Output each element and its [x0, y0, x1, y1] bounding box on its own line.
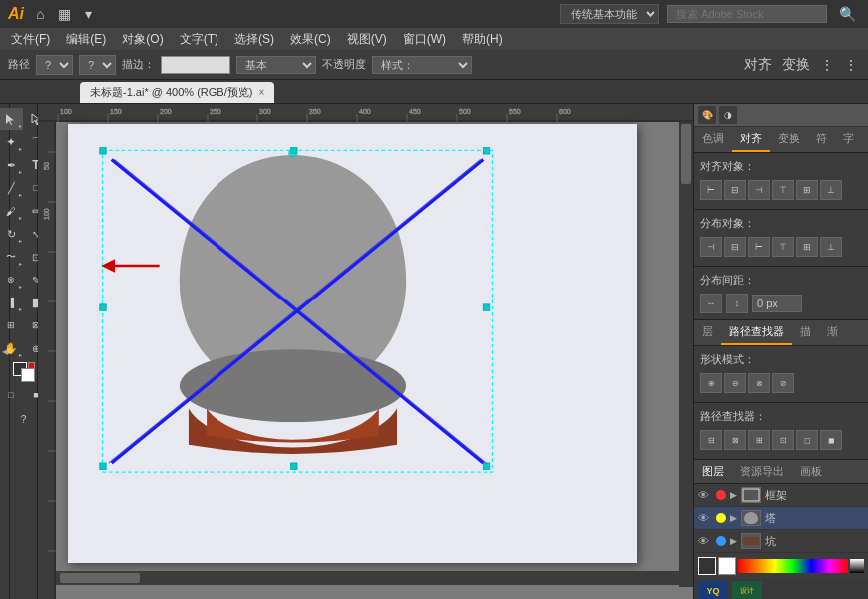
- layer-expand-frame[interactable]: ▶: [730, 490, 737, 500]
- path-option-select-2[interactable]: ?: [79, 55, 116, 75]
- select-tool[interactable]: ▸: [0, 108, 23, 130]
- crop-btn[interactable]: ⊡: [772, 430, 794, 450]
- document-tab[interactable]: 未标题-1.ai* @ 400% (RGB/预览) ×: [80, 82, 274, 103]
- tab-para[interactable]: 段: [862, 127, 868, 152]
- align-center-v-btn[interactable]: ⊞: [796, 180, 818, 200]
- hand-tool[interactable]: ✋ ▸: [0, 337, 23, 359]
- dist-v-spacing-btn[interactable]: ↕: [726, 294, 748, 313]
- layer-item-pit[interactable]: 👁 ▶ 坑: [694, 530, 868, 553]
- bar-graph-tool[interactable]: ▐ ▸: [0, 292, 23, 313]
- path-option-select-1[interactable]: ?: [36, 55, 73, 75]
- minus-front-btn[interactable]: ⊖: [724, 373, 746, 393]
- align-right-btn[interactable]: ⊣: [748, 180, 770, 200]
- menu-type[interactable]: 文字(T): [173, 29, 225, 50]
- dist-top-btn[interactable]: ⊤: [772, 237, 794, 257]
- layer-visibility-tower[interactable]: 👁: [698, 512, 712, 524]
- artboard-tool[interactable]: ⊞: [0, 314, 23, 336]
- layer-expand-pit[interactable]: ▶: [730, 536, 737, 546]
- tab-asset-export[interactable]: 资源导出: [732, 460, 792, 483]
- tab-gradient-mini[interactable]: 渐: [819, 320, 846, 345]
- stroke-style-select[interactable]: 基本: [236, 56, 316, 74]
- menu-edit[interactable]: 编辑(E): [59, 29, 113, 50]
- tab-layers[interactable]: 图层: [694, 460, 732, 483]
- divide-btn[interactable]: ⊟: [700, 430, 722, 450]
- spacing-value-input[interactable]: [752, 295, 802, 312]
- pen-tool[interactable]: ✒ ▸: [0, 154, 23, 176]
- workspace-select[interactable]: 传统基本功能: [560, 4, 659, 24]
- dist-center-h-btn[interactable]: ⊟: [724, 237, 746, 257]
- align-center-h-btn[interactable]: ⊟: [724, 180, 746, 200]
- color-spectrum[interactable]: [738, 559, 848, 573]
- normal-mode-btn[interactable]: □: [0, 384, 23, 406]
- align-top-btn[interactable]: ⊤: [772, 180, 794, 200]
- menu-object[interactable]: 对象(O): [115, 29, 170, 50]
- grid-icon[interactable]: ▦: [54, 4, 75, 24]
- horizontal-scrollbar[interactable]: [56, 571, 679, 585]
- align-bottom-btn[interactable]: ⊥: [820, 180, 842, 200]
- home-icon[interactable]: ⌂: [32, 4, 48, 24]
- menu-window[interactable]: 窗口(W): [396, 29, 453, 50]
- menu-file[interactable]: 文件(F): [4, 29, 57, 50]
- warp-tool[interactable]: 〜 ▸: [0, 246, 23, 268]
- dist-bottom-btn[interactable]: ⊥: [820, 237, 842, 257]
- tab-artboard[interactable]: 画板: [792, 460, 830, 483]
- transform-icon-btn[interactable]: 变换: [780, 54, 812, 76]
- layer-item-tower[interactable]: 👁 ▶ 塔: [694, 507, 868, 530]
- menu-effect[interactable]: 效果(C): [283, 29, 338, 50]
- tab-stroke-mini[interactable]: 描: [792, 320, 819, 345]
- grayscale-strip[interactable]: [850, 559, 864, 573]
- options-more-2[interactable]: ⋮: [842, 55, 860, 75]
- fill-swatch[interactable]: [698, 557, 716, 575]
- canvas-area[interactable]: 100 150 200 250 300 350 400 450 500 550 …: [38, 104, 693, 599]
- rotate-tool[interactable]: ↻ ▸: [0, 223, 23, 245]
- close-tab-button[interactable]: ×: [258, 87, 264, 98]
- dist-left-btn[interactable]: ⊣: [700, 237, 722, 257]
- distribute-object-section: 分布对象： ⊣ ⊟ ⊢ ⊤ ⊞ ⊥: [694, 210, 868, 267]
- line-segment-tool[interactable]: ╱ ▸: [0, 177, 23, 199]
- tab-color[interactable]: 色调: [694, 127, 732, 152]
- outline-btn[interactable]: ◻: [796, 430, 818, 450]
- tab-layers-mini[interactable]: 层: [694, 320, 721, 345]
- ruler-left: 50 100: [38, 122, 56, 599]
- align-left-btn[interactable]: ⊢: [700, 180, 722, 200]
- intersect-btn[interactable]: ⊗: [748, 373, 770, 393]
- layer-item-frame[interactable]: 👁 ▶ 框架: [694, 484, 868, 507]
- gradient-icon[interactable]: ◑: [719, 106, 737, 124]
- dropdown-icon[interactable]: ▾: [81, 4, 96, 24]
- minus-back-btn[interactable]: ◼: [820, 430, 842, 450]
- magic-wand-tool[interactable]: ✦ ▸: [0, 131, 23, 153]
- dist-center-v-btn[interactable]: ⊞: [796, 237, 818, 257]
- menu-select[interactable]: 选择(S): [227, 29, 281, 50]
- menu-view[interactable]: 视图(V): [340, 29, 394, 50]
- stock-search-input[interactable]: [667, 5, 827, 23]
- vertical-scrollbar[interactable]: [679, 122, 693, 587]
- dist-h-spacing-btn[interactable]: ↔: [700, 294, 722, 313]
- blend-tool[interactable]: ⊗ ▸: [0, 269, 23, 291]
- tab-align[interactable]: 对齐: [732, 127, 770, 152]
- layer-expand-tower[interactable]: ▶: [730, 513, 737, 523]
- help-tool[interactable]: ?: [12, 408, 36, 430]
- stroke-swatch[interactable]: [718, 557, 736, 575]
- hscroll-thumb[interactable]: [60, 573, 140, 583]
- menu-help[interactable]: 帮助(H): [455, 29, 510, 50]
- search-icon[interactable]: 🔍: [835, 4, 860, 24]
- opacity-select[interactable]: 样式：: [372, 56, 472, 74]
- paintbrush-tool[interactable]: 🖌 ▸: [0, 200, 23, 222]
- options-more-1[interactable]: ⋮: [818, 55, 836, 75]
- align-icon-btn[interactable]: 对齐: [742, 54, 774, 76]
- stroke-color-preview[interactable]: [161, 56, 230, 74]
- color-swatch-icon[interactable]: 🎨: [698, 106, 716, 124]
- exclude-btn[interactable]: ⊘: [772, 373, 794, 393]
- tab-char[interactable]: 符: [808, 127, 835, 152]
- tab-type[interactable]: 字: [835, 127, 862, 152]
- unite-btn[interactable]: ⊕: [700, 373, 722, 393]
- layer-visibility-pit[interactable]: 👁: [698, 535, 712, 547]
- fill-stroke-widget[interactable]: [13, 362, 35, 382]
- tab-pathfinder[interactable]: 路径查找器: [721, 320, 792, 345]
- vscroll-thumb[interactable]: [681, 124, 691, 184]
- trim-btn[interactable]: ⊠: [724, 430, 746, 450]
- tab-transform[interactable]: 变换: [770, 127, 808, 152]
- layer-visibility-frame[interactable]: 👁: [698, 489, 712, 501]
- dist-right-btn[interactable]: ⊢: [748, 237, 770, 257]
- merge-btn[interactable]: ⊞: [748, 430, 770, 450]
